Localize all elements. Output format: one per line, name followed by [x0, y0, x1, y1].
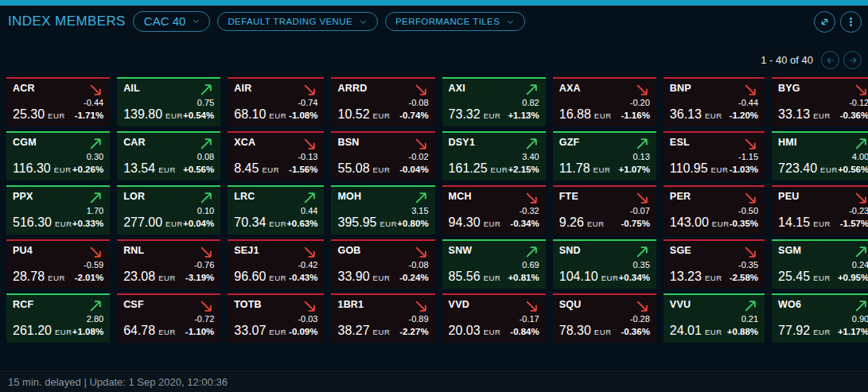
- net-change-value: -0.42: [234, 261, 317, 270]
- currency-label: EUR: [813, 274, 831, 282]
- view-mode-dropdown[interactable]: PERFORMANCE TILES: [385, 12, 525, 31]
- performance-tile[interactable]: PU4 -0.59 28.78 EUR -2.01%: [6, 239, 110, 289]
- performance-tile[interactable]: WO6 0.90 77.92 EUR +1.17%: [772, 293, 868, 343]
- percent-change: -0.74%: [399, 111, 428, 120]
- last-price: 64.78: [123, 324, 155, 338]
- currency-label: EUR: [54, 165, 72, 174]
- performance-tile[interactable]: LOR 0.10 277.00 EUR +0.04%: [117, 185, 220, 235]
- currency-label: EUR: [491, 165, 508, 174]
- performance-tile[interactable]: CSF -0.72 64.78 EUR -1.10%: [117, 293, 220, 343]
- performance-tile[interactable]: BNP -0.44 36.13 EUR -1.20%: [664, 77, 765, 126]
- trend-down-icon: [634, 190, 650, 206]
- performance-tile[interactable]: PEU -0.23 14.15 EUR -1.57%: [772, 185, 868, 235]
- index-selector-dropdown[interactable]: CAC 40: [133, 11, 211, 32]
- performance-tile[interactable]: LRC 0.44 70.34 EUR +0.63%: [228, 185, 324, 235]
- price-row: 73.32 EUR +1.13%: [449, 107, 539, 122]
- net-change-value: -0.12: [778, 99, 868, 107]
- performance-tile[interactable]: SGM 0.24 25.45 EUR +0.95%: [772, 239, 868, 289]
- currency-label: EUR: [484, 219, 501, 228]
- percent-change: +0.33%: [72, 219, 103, 228]
- tile-header: BYG: [778, 83, 868, 98]
- next-page-button[interactable]: [843, 51, 862, 69]
- pagination: 1 - 40 of 40: [761, 51, 862, 69]
- performance-tile[interactable]: PER -0.50 143.00 EUR -0.35%: [664, 185, 765, 235]
- net-change-value: -0.08: [337, 261, 428, 270]
- tile-header: MOH: [337, 191, 428, 206]
- performance-tile[interactable]: DSY1 3.40 161.25 EUR +2.15%: [442, 131, 546, 180]
- trend-down-icon: [413, 244, 429, 260]
- ticker-symbol: VVU: [670, 299, 691, 310]
- last-price: 104.10: [559, 270, 598, 284]
- tile-header: CAR: [123, 137, 214, 152]
- percent-change: +2.15%: [508, 165, 539, 174]
- percent-change: +1.17%: [838, 327, 868, 336]
- percent-change: +0.88%: [727, 327, 758, 336]
- performance-tile[interactable]: 1BR1 -0.89 38.27 EUR -2.27%: [331, 293, 434, 343]
- performance-tile[interactable]: CAR 0.08 13.54 EUR +0.56%: [117, 131, 220, 180]
- performance-tile[interactable]: FTE -0.07 9.26 EUR -0.75%: [553, 185, 656, 235]
- currency-label: EUR: [48, 274, 65, 282]
- trend-up-icon: [524, 82, 539, 98]
- performance-tile[interactable]: AIR -0.74 68.10 EUR -1.08%: [228, 77, 324, 126]
- trend-down-icon: [634, 82, 650, 98]
- performance-tile[interactable]: SNW 0.69 85.56 EUR +0.81%: [442, 239, 546, 289]
- percent-change: -0.36%: [840, 111, 868, 120]
- price-row: 64.78 EUR -1.10%: [123, 324, 214, 338]
- last-price: 85.56: [449, 270, 481, 284]
- performance-tile[interactable]: VVD -0.17 20.03 EUR -0.84%: [442, 293, 546, 343]
- performance-tile[interactable]: AXI 0.82 73.32 EUR +1.13%: [442, 77, 546, 126]
- performance-tile[interactable]: SND 0.35 104.10 EUR +0.34%: [553, 239, 656, 289]
- ticker-symbol: AIL: [123, 83, 140, 94]
- performance-tile[interactable]: GOB -0.08 33.90 EUR -0.24%: [331, 239, 434, 289]
- performance-tile[interactable]: SQU -0.28 78.30 EUR -0.36%: [553, 293, 656, 343]
- price-row: 20.03 EUR -0.84%: [449, 324, 539, 338]
- performance-tile[interactable]: XCA -0.13 8.45 EUR -1.56%: [228, 131, 324, 180]
- ticker-symbol: GOB: [337, 245, 360, 256]
- percent-change: -0.35%: [730, 219, 758, 228]
- expand-button[interactable]: [814, 11, 835, 33]
- performance-tile[interactable]: ARRD -0.08 10.52 EUR -0.74%: [331, 77, 434, 126]
- percent-change: -0.09%: [289, 327, 317, 336]
- expand-icon: [819, 16, 831, 28]
- performance-tile[interactable]: SGE -0.35 13.23 EUR -2.58%: [664, 239, 765, 289]
- currency-label: EUR: [158, 328, 176, 336]
- net-change-value: 2.80: [13, 315, 103, 324]
- performance-tile[interactable]: GZF 0.13 11.78 EUR +1.07%: [553, 131, 656, 180]
- performance-tile[interactable]: VVU 0.21 24.01 EUR +0.88%: [664, 293, 765, 343]
- performance-tile[interactable]: ESL -1.15 110.95 EUR -1.03%: [664, 131, 765, 180]
- currency-label: EUR: [158, 274, 176, 282]
- ticker-symbol: CGM: [13, 137, 37, 148]
- ticker-symbol: BSN: [337, 137, 359, 148]
- performance-tile[interactable]: BYG -0.12 33.13 EUR -0.36%: [772, 77, 868, 126]
- arrow-left-icon: [825, 55, 836, 66]
- net-change-value: -0.89: [337, 315, 428, 324]
- performance-tile[interactable]: ACR -0.44 25.30 EUR -1.71%: [6, 77, 110, 126]
- performance-tile[interactable]: AIL 0.75 139.80 EUR +0.54%: [117, 77, 220, 126]
- performance-tile[interactable]: TOTB -0.03 33.07 EUR -0.09%: [228, 293, 324, 343]
- trend-up-icon: [524, 136, 539, 152]
- trend-down-icon: [853, 82, 868, 98]
- overflow-menu-button[interactable]: [840, 11, 862, 33]
- price-row: 16.88 EUR -1.16%: [559, 107, 650, 122]
- tile-header: AXA: [559, 83, 650, 98]
- trading-venue-dropdown[interactable]: DEFAULT TRADING VENUE: [217, 12, 378, 31]
- price-row: 13.23 EUR -2.58%: [670, 270, 758, 284]
- trend-up-icon: [742, 298, 758, 314]
- percent-change: +0.34%: [619, 273, 650, 282]
- performance-tile[interactable]: SEJ1 -0.42 96.60 EUR -0.43%: [228, 239, 324, 289]
- performance-tile[interactable]: AXA -0.20 16.88 EUR -1.16%: [553, 77, 656, 126]
- performance-tile[interactable]: PPX 1.70 516.30 EUR +0.33%: [6, 185, 110, 235]
- price-row: 96.60 EUR -0.43%: [234, 270, 317, 284]
- ticker-symbol: DSY1: [449, 137, 475, 148]
- performance-tile[interactable]: BSN -0.02 55.08 EUR -0.04%: [331, 131, 434, 180]
- performance-tile[interactable]: RCF 2.80 261.20 EUR +1.08%: [6, 293, 110, 343]
- tile-header: SGM: [778, 245, 868, 260]
- performance-tile[interactable]: MOH 3.15 395.95 EUR +0.80%: [331, 185, 434, 235]
- performance-tile[interactable]: CGM 0.30 116.30 EUR +0.26%: [6, 131, 110, 180]
- performance-tile[interactable]: RNL -0.76 23.08 EUR -3.19%: [117, 239, 220, 289]
- previous-page-button[interactable]: [821, 51, 839, 69]
- currency-label: EUR: [165, 219, 183, 228]
- performance-tile[interactable]: MCH -0.32 94.30 EUR -0.34%: [442, 185, 546, 235]
- tile-header: VVU: [670, 299, 758, 314]
- performance-tile[interactable]: HMI 4.00 723.40 EUR +0.56%: [772, 131, 868, 180]
